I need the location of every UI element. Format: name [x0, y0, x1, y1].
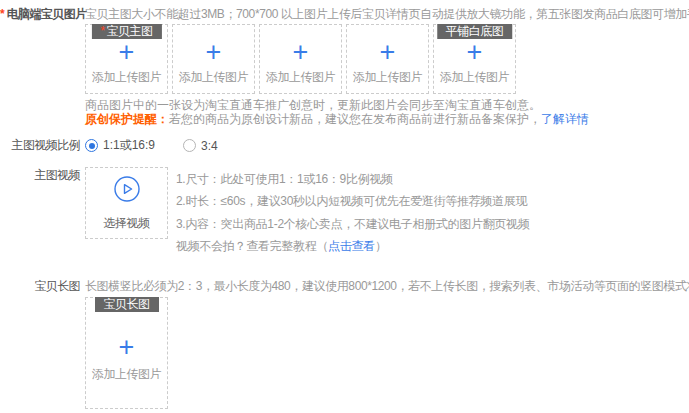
radio-unselected-icon [183, 139, 196, 152]
plus-icon: + [467, 39, 483, 65]
original-protection-text: 若您的商品为原创设计新品，建议您在发布商品前进行新品备案保护， [169, 112, 541, 126]
field-label-long-image: 宝贝长图 [0, 278, 80, 294]
field-label-main-images: *电脑端宝贝图片 [0, 6, 80, 22]
select-video-button[interactable]: 选择视频 [85, 167, 168, 239]
upload-box-header-long-image: 宝贝长图 [95, 297, 159, 312]
zhitongche-sync-tip: 商品图片中的一张设为淘宝直通车推广创意时，更新此图片会同步至淘宝直通车创意。 [85, 99, 689, 113]
video-ratio-radio-group: 1:1或16:9 3:4 [85, 137, 246, 154]
paren-close: ） [375, 239, 387, 253]
upload-box-header-text: 宝贝主图 [107, 24, 153, 38]
long-image-upload-row: 宝贝长图 + 添加上传图片 [85, 297, 689, 409]
field-label-video-ratio: 主图视频比例 [0, 137, 80, 153]
main-images-description-text: 宝贝主图大小不能超过3MB；700*700 以上图片上传后宝贝详情页自动提供放大… [85, 7, 689, 21]
upload-box-main-image-2[interactable]: + 添加上传图片 [172, 24, 255, 94]
upload-box-main-image-1[interactable]: *宝贝主图 + 添加上传图片 [85, 24, 168, 94]
upload-box-main-image-3[interactable]: + 添加上传图片 [259, 24, 342, 94]
click-to-view-link[interactable]: 点击查看 [328, 239, 375, 253]
upload-box-header-white-bg: 平铺白底图 [437, 24, 513, 39]
long-image-description-text: 长图横竖比必须为2：3，最小长度为480，建议使用800*1200，若不上传长图… [85, 279, 689, 293]
video-rule-size: 1.尺寸：此处可使用1：1或16：9比例视频 [176, 168, 529, 190]
plus-icon: + [206, 39, 222, 65]
row-main-video: 主图视频 选择视频 1.尺寸：此处可使用1：1或16：9比例视频 2.时长：≤6… [0, 167, 689, 257]
upload-box-main-image-4[interactable]: + 添加上传图片 [346, 24, 429, 94]
main-images-description: 宝贝主图大小不能超过3MB；700*700 以上图片上传后宝贝详情页自动提供放大… [85, 6, 689, 22]
plus-icon: + [380, 39, 396, 65]
video-tutorial-line: 视频不会拍？查看完整教程（点击查看） [176, 235, 529, 257]
original-protection-prefix: 原创保护提醒： [85, 112, 169, 126]
select-video-label: 选择视频 [104, 215, 150, 232]
add-upload-image-label: 添加上传图片 [92, 366, 161, 383]
video-instructions: 1.尺寸：此处可使用1：1或16：9比例视频 2.时长：≤60s，建议30秒以内… [176, 167, 529, 257]
long-image-description: 长图横竖比必须为2：3，最小长度为480，建议使用800*1200，若不上传长图… [85, 278, 689, 294]
radio-option-label: 3:4 [201, 139, 218, 153]
row-long-image: 宝贝长图 长图横竖比必须为2：3，最小长度为480，建议使用800*1200，若… [0, 278, 689, 294]
upload-box-header-text: 平铺白底图 [446, 24, 504, 38]
play-circle-icon [113, 175, 141, 206]
add-upload-image-label: 添加上传图片 [92, 69, 161, 86]
upload-box-header-main: *宝贝主图 [91, 24, 161, 39]
radio-option-3-4[interactable]: 3:4 [183, 139, 218, 153]
field-label-main-images-text: 电脑端宝贝图片 [7, 7, 87, 21]
upload-box-header-text: 宝贝长图 [104, 297, 150, 311]
add-upload-image-label: 添加上传图片 [353, 69, 422, 86]
upload-box-white-background[interactable]: 平铺白底图 + 添加上传图片 [433, 24, 516, 94]
field-label-main-video: 主图视频 [0, 167, 80, 183]
upload-boxes-row: *宝贝主图 + 添加上传图片 + 添加上传图片 + 添加上传图片 + 添加上传图… [85, 24, 689, 94]
radio-selected-icon [85, 139, 98, 152]
add-upload-image-label: 添加上传图片 [266, 69, 335, 86]
add-upload-image-label: 添加上传图片 [179, 69, 248, 86]
image-tips: 商品图片中的一张设为淘宝直通车推广创意时，更新此图片会同步至淘宝直通车创意。 原… [85, 99, 689, 126]
add-upload-image-label: 添加上传图片 [440, 69, 509, 86]
required-asterisk: * [100, 24, 104, 38]
row-video-ratio: 主图视频比例 1:1或16:9 3:4 [0, 137, 689, 154]
video-rule-duration: 2.时长：≤60s，建议30秒以内短视频可优先在爱逛街等推荐频道展现 [176, 190, 529, 212]
plus-icon: + [119, 39, 135, 65]
radio-option-label: 1:1或16:9 [103, 137, 155, 154]
publish-item-images-section: *电脑端宝贝图片 宝贝主图大小不能超过3MB；700*700 以上图片上传后宝贝… [0, 0, 689, 409]
required-asterisk: * [0, 7, 5, 21]
row-main-images: *电脑端宝贝图片 宝贝主图大小不能超过3MB；700*700 以上图片上传后宝贝… [0, 6, 689, 22]
original-protection-tip: 原创保护提醒：若您的商品为原创设计新品，建议您在发布商品前进行新品备案保护，了解… [85, 113, 689, 127]
radio-option-1-1-or-16-9[interactable]: 1:1或16:9 [85, 137, 155, 154]
paren-open: （ [316, 239, 328, 253]
plus-icon: + [293, 39, 309, 65]
video-rule-content: 3.内容：突出商品1-2个核心卖点，不建议电子相册式的图片翻页视频 [176, 213, 529, 235]
upload-box-long-image[interactable]: 宝贝长图 + 添加上传图片 [85, 297, 168, 409]
plus-icon: + [119, 334, 135, 360]
learn-more-link[interactable]: 了解详情 [541, 112, 589, 126]
video-tutorial-text: 视频不会拍？查看完整教程 [176, 239, 316, 253]
